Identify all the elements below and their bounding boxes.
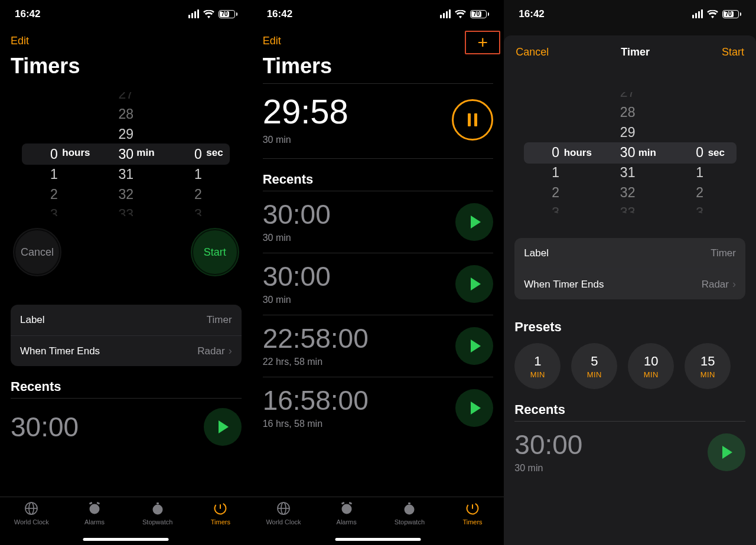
seconds-wheel[interactable]: ... 0 1 2 3 sec (662, 92, 738, 213)
cellular-icon (188, 9, 199, 18)
edit-button[interactable]: Edit (263, 35, 281, 47)
preset-button[interactable]: 1MIN (514, 343, 561, 389)
home-indicator[interactable] (83, 538, 169, 541)
phone-screen-2: 16:42 70 Edit + Timers 29:58 30 min Rece… (252, 0, 504, 545)
statusbar: 16:42 70 (504, 0, 756, 28)
phone-screen-3: 16:42 70 Cancel Timer Start ... 0 1 2 (504, 0, 756, 545)
duration-picker[interactable]: ... 0 1 2 3 hours 27 28 29 30 31 32 33 m… (16, 92, 236, 216)
running-timer[interactable]: 29:58 30 min (263, 84, 494, 159)
play-icon (722, 446, 732, 459)
running-timer-time: 29:58 (263, 94, 348, 129)
sheet-title: Timer (621, 46, 650, 58)
statusbar-time: 16:42 (267, 8, 292, 20)
recent-item[interactable]: 16:58:0016 hrs, 58 min (263, 377, 494, 439)
play-button[interactable] (455, 265, 493, 303)
wifi-icon (455, 10, 466, 18)
play-icon (471, 402, 481, 415)
stopwatch-icon (402, 501, 417, 516)
tab-world-clock[interactable]: World Clock (252, 501, 315, 545)
svg-point-3 (90, 504, 100, 514)
start-button[interactable]: Start (722, 46, 744, 58)
tab-timers[interactable]: Timers (189, 501, 252, 545)
play-button[interactable] (455, 203, 493, 241)
running-timer-label: 30 min (263, 135, 348, 145)
svg-rect-15 (348, 502, 352, 505)
when-timer-ends-row[interactable]: When Timer Ends Radar› (514, 269, 745, 299)
recents-heading: Recents (514, 402, 745, 417)
wifi-icon (707, 10, 718, 18)
statusbar: 16:42 70 (0, 0, 252, 28)
preset-button[interactable]: 10MIN (628, 343, 674, 389)
recent-item[interactable]: 30:0030 min (263, 191, 494, 253)
start-button[interactable]: Start (191, 228, 239, 276)
presets-row: 1MIN 5MIN 10MIN 15MIN (514, 343, 745, 389)
globe-icon (24, 501, 39, 516)
play-button[interactable] (708, 433, 745, 471)
svg-rect-14 (341, 502, 344, 505)
svg-rect-17 (408, 502, 410, 504)
play-button[interactable] (455, 389, 493, 427)
when-timer-ends-row[interactable]: When Timer Ends Radar› (11, 335, 242, 366)
timer-icon (213, 501, 228, 516)
hours-wheel[interactable]: ... 0 1 2 3 hours (16, 92, 92, 216)
alarm-icon (87, 501, 102, 516)
svg-rect-5 (96, 502, 100, 505)
battery-icon: 70 (219, 10, 237, 18)
play-icon (471, 340, 481, 353)
minutes-wheel[interactable]: 27 28 29 30 31 32 33 min (92, 92, 160, 216)
svg-rect-4 (89, 502, 93, 505)
recent-item[interactable]: 30:00 30 min (514, 422, 745, 483)
recent-item[interactable]: 30:0030 min (263, 253, 494, 315)
timer-options-list: Label Timer When Timer Ends Radar› (11, 305, 242, 366)
recents-heading: Recents (11, 379, 242, 394)
tab-world-clock[interactable]: World Clock (0, 501, 63, 545)
presets-heading: Presets (514, 319, 745, 335)
chevron-right-icon: › (229, 345, 232, 357)
phone-screen-1: 16:42 70 Edit Timers ... 0 1 2 3 hours (0, 0, 252, 545)
svg-point-6 (152, 505, 162, 515)
preset-button[interactable]: 15MIN (685, 343, 731, 389)
battery-icon: 70 (722, 10, 741, 18)
play-icon (471, 216, 481, 229)
preset-button[interactable]: 5MIN (571, 343, 617, 389)
seconds-wheel[interactable]: ... 0 1 2 3 sec (160, 92, 236, 216)
alarm-icon (339, 501, 354, 516)
stopwatch-icon (150, 501, 165, 516)
battery-icon: 70 (470, 10, 489, 18)
duration-picker[interactable]: ... 0 1 2 3 hours 27 28 29 30 31 32 33 m… (518, 92, 742, 213)
svg-rect-7 (157, 502, 159, 504)
svg-point-13 (341, 504, 351, 514)
cancel-button[interactable]: Cancel (516, 46, 549, 58)
add-button-highlight: + (465, 31, 500, 54)
label-row[interactable]: Label Timer (11, 305, 242, 335)
home-indicator[interactable] (335, 538, 421, 541)
statusbar-time: 16:42 (15, 8, 40, 20)
minutes-wheel[interactable]: 27 28 29 30 31 32 33 min (594, 92, 662, 213)
cellular-icon (692, 9, 703, 18)
recent-item[interactable]: 22:58:0022 hrs, 58 min (263, 315, 494, 377)
recents-heading: Recents (263, 172, 494, 187)
chevron-right-icon: › (732, 278, 736, 291)
wifi-icon (203, 10, 214, 18)
svg-point-16 (405, 505, 415, 515)
recent-item[interactable]: 30:00 (11, 399, 242, 455)
play-button[interactable] (455, 327, 493, 365)
edit-button[interactable]: Edit (11, 35, 29, 47)
pause-button[interactable] (452, 99, 493, 141)
tab-timers[interactable]: Timers (441, 501, 504, 545)
cancel-button[interactable]: Cancel (13, 228, 61, 276)
play-button[interactable] (204, 408, 242, 446)
statusbar: 16:42 70 (252, 0, 504, 28)
add-button[interactable]: + (474, 32, 491, 53)
hours-wheel[interactable]: ... 0 1 2 3 hours (518, 92, 594, 213)
globe-icon (276, 501, 291, 516)
play-icon (219, 420, 229, 433)
navbar: Edit (0, 28, 252, 54)
play-icon (471, 278, 481, 291)
label-row[interactable]: Label Timer (514, 238, 745, 269)
new-timer-sheet: Cancel Timer Start ... 0 1 2 3 hours 27 … (504, 35, 756, 545)
statusbar-time: 16:42 (519, 8, 544, 20)
page-title: Timers (252, 54, 504, 83)
pause-icon (468, 113, 471, 126)
page-title: Timers (0, 54, 252, 83)
